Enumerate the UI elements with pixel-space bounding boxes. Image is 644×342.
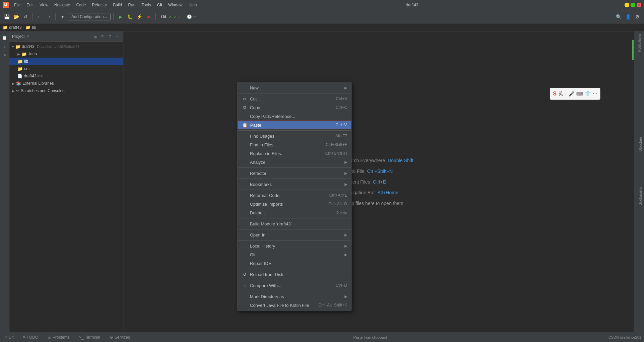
tree-item-idea[interactable]: ▶ 📁 .idea: [9, 50, 123, 58]
ctx-cut[interactable]: ✂ Cut Ctrl+X: [238, 94, 351, 103]
breadcrumb-project-label[interactable]: draft43: [9, 25, 21, 30]
tab-label: TODO: [26, 335, 38, 340]
ctx-divider: [238, 240, 351, 241]
minimize-button[interactable]: −: [625, 3, 629, 7]
breadcrumb-folder-label[interactable]: lib: [32, 25, 36, 30]
ctx-divider: [238, 167, 351, 168]
panel-icon-collapse[interactable]: ⇱: [100, 33, 106, 40]
ctx-label: Reload from Disk: [250, 272, 283, 277]
menu-navigate[interactable]: Navigate: [52, 2, 73, 8]
toolbar-forward-button[interactable]: →: [45, 13, 53, 21]
shortcut-label: Ctrl+Shift+F: [326, 142, 347, 147]
toolbar-run-config-arrow[interactable]: ▾: [58, 13, 66, 21]
shortcut-label: Delete: [335, 210, 347, 215]
panel-icon-hide[interactable]: −: [114, 33, 120, 40]
tree-item-draft43[interactable]: ▾ 📁 draft43 D:\code\Java\草稿\draft43: [9, 43, 123, 50]
toolbar-save-button[interactable]: 💾: [3, 13, 11, 21]
structure-panel-label[interactable]: Structure: [637, 134, 644, 154]
arrow-icon: ▶: [17, 52, 20, 56]
menu-code[interactable]: Code: [73, 2, 89, 8]
menu-refactor[interactable]: Refactor: [89, 2, 110, 8]
ctx-replace-in-files[interactable]: Replace in Files... Ctrl+Shift+R: [238, 149, 351, 158]
menu-edit[interactable]: Edit: [24, 2, 36, 8]
ctx-find-in-files[interactable]: Find in Files... Ctrl+Shift+F: [238, 140, 351, 149]
ctx-copy-path[interactable]: Copy Path/Reference...: [238, 112, 351, 121]
ime-keyboard-icon[interactable]: ⌨: [576, 91, 583, 96]
search-everywhere-button[interactable]: 🔍: [614, 13, 623, 21]
sidebar-icon-structure[interactable]: ≡: [1, 52, 8, 59]
menu-view[interactable]: View: [37, 2, 51, 8]
ctx-delete[interactable]: Delete... Delete: [238, 208, 351, 217]
ime-logo: S: [553, 91, 556, 97]
ctx-local-history[interactable]: Local History ▶: [238, 242, 351, 250]
toolbar-run-button[interactable]: ▶: [116, 13, 124, 21]
menu-run[interactable]: Run: [125, 2, 138, 8]
tab-problems[interactable]: ⚠ Problems: [46, 334, 72, 340]
ctx-compare-with[interactable]: ≈ Compare With... Ctrl+D: [238, 281, 351, 290]
tab-services[interactable]: ⚙ Services: [108, 334, 132, 340]
menu-git[interactable]: Git: [154, 2, 165, 8]
ime-mic-icon[interactable]: 🎤: [569, 91, 574, 96]
ctx-convert-java[interactable]: Convert Java File to Kotlin File Ctrl+Al…: [238, 301, 351, 310]
tree-item-src[interactable]: 📁 src: [9, 65, 123, 72]
ime-lang: 英: [558, 91, 563, 97]
breadcrumb-project[interactable]: 📁: [3, 25, 8, 30]
tab-todo[interactable]: ≡ TODO: [21, 334, 40, 340]
toolbar-stop-button[interactable]: ■: [145, 13, 153, 21]
ctx-bookmarks[interactable]: Bookmarks ▶: [238, 180, 351, 189]
toolbar-refresh-button[interactable]: ↺: [21, 13, 30, 21]
toolbar-run-with-coverage[interactable]: ⚡: [135, 13, 143, 21]
tree-item-iml[interactable]: 📄 draft43.iml: [9, 72, 123, 80]
ctx-build-module[interactable]: Build Module 'draft43': [238, 219, 351, 228]
panel-icon-settings[interactable]: ⚙: [107, 33, 113, 40]
ctx-reload[interactable]: ↺ Reload from Disk: [238, 270, 351, 279]
ctx-mark-dir[interactable]: Mark Directory as ▶: [238, 292, 351, 301]
ctx-optimize[interactable]: Optimize Imports Ctrl+Alt+O: [238, 200, 351, 208]
menu-build[interactable]: Build: [110, 2, 125, 8]
ext-lib-icon: 📚: [16, 81, 21, 86]
tree-item-scratches[interactable]: ▶ ✏ Scratches and Consoles: [9, 87, 123, 94]
close-button[interactable]: ×: [637, 3, 641, 7]
tree-item-external-libs[interactable]: ▶ 📚 External Libraries: [9, 80, 123, 87]
sidebar-icon-project[interactable]: 📋: [1, 34, 8, 42]
tab-git[interactable]: ⑂ Git: [3, 334, 15, 340]
ctx-analyze[interactable]: Analyze ▶: [238, 158, 351, 166]
toolbar-back-button[interactable]: ←: [35, 13, 43, 21]
bookmarks-panel-label[interactable]: Bookmarks: [637, 184, 644, 208]
ime-more-icon[interactable]: ⋯: [593, 91, 597, 96]
tree-item-label: .idea: [28, 52, 37, 56]
settings-button[interactable]: ⚙: [633, 13, 641, 21]
ctx-reformat[interactable]: Reformat Code Ctrl+Alt+L: [238, 191, 351, 200]
menu-file[interactable]: File: [11, 2, 23, 8]
toolbar-open-button[interactable]: 📂: [12, 13, 20, 21]
ctx-find-usages[interactable]: Find Usages Alt+F7: [238, 132, 351, 140]
ctx-git[interactable]: Git ▶: [238, 250, 351, 259]
ime-shirt-icon[interactable]: 👕: [585, 91, 591, 96]
tree-item-lib[interactable]: 📁 lib: [9, 58, 123, 65]
ctx-label: Compare With...: [250, 283, 281, 288]
hint-drop-files: Drop files here to open them: [344, 199, 413, 208]
left-sidebar: 📋 ⑂ ≡: [0, 31, 9, 332]
user-button[interactable]: 👤: [624, 13, 632, 21]
ctx-paste[interactable]: 📋 Paste Ctrl+V: [237, 121, 352, 129]
menu-window[interactable]: Window: [165, 2, 185, 8]
project-dropdown-icon[interactable]: ▾: [27, 34, 29, 39]
git-revert-icon[interactable]: ↩: [193, 14, 197, 19]
welcome-hints: Search Everywhere Double Shift Go to Fil…: [344, 154, 413, 209]
add-configuration-button[interactable]: Add Configuration...: [68, 13, 111, 20]
panel-icon-scope[interactable]: ☰: [92, 33, 98, 40]
tab-terminal[interactable]: >_ Terminal: [77, 334, 102, 340]
menu-help[interactable]: Help: [186, 2, 200, 8]
ctx-open-in[interactable]: Open In ▶: [238, 230, 351, 239]
ctx-copy[interactable]: ⧉ Copy Ctrl+C: [238, 103, 351, 112]
notifications-label[interactable]: Notifications: [635, 33, 643, 53]
maximize-button[interactable]: □: [631, 3, 635, 7]
ctx-new[interactable]: New ▶: [238, 83, 351, 92]
git-history-icon[interactable]: 🕐: [187, 14, 192, 19]
ctx-refactor[interactable]: Refactor ▶: [238, 169, 351, 178]
ctx-repair-ide[interactable]: Repair IDE: [238, 259, 351, 268]
toolbar-debug-button[interactable]: 🐛: [126, 13, 134, 21]
menu-tools[interactable]: Tools: [139, 2, 154, 8]
sidebar-icon-commit[interactable]: ⑂: [1, 43, 8, 50]
submenu-arrow-icon: ▶: [344, 294, 347, 299]
